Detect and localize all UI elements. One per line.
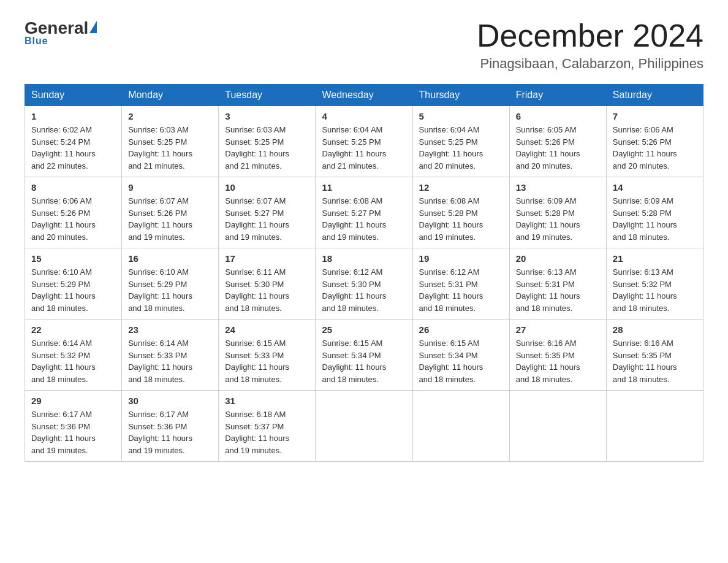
day-number: 20 [516, 253, 600, 264]
table-row: 3Sunrise: 6:03 AMSunset: 5:25 PMDaylight… [219, 106, 316, 177]
month-title: December 2024 [477, 18, 703, 53]
table-row: 7Sunrise: 6:06 AMSunset: 5:26 PMDaylight… [606, 106, 703, 177]
logo-triangle-icon [89, 21, 97, 33]
table-row: 28Sunrise: 6:16 AMSunset: 5:35 PMDayligh… [606, 320, 703, 391]
day-info: Sunrise: 6:08 AMSunset: 5:28 PMDaylight:… [419, 195, 503, 243]
page-header: General Blue December 2024 Pinagsibaan, … [25, 18, 703, 72]
table-row: 30Sunrise: 6:17 AMSunset: 5:36 PMDayligh… [122, 391, 219, 462]
table-row: 19Sunrise: 6:12 AMSunset: 5:31 PMDayligh… [412, 248, 509, 320]
day-number: 27 [516, 324, 600, 335]
day-info: Sunrise: 6:07 AMSunset: 5:26 PMDaylight:… [128, 195, 212, 243]
day-number: 11 [322, 182, 406, 193]
header-monday: Monday [122, 85, 219, 106]
table-row: 17Sunrise: 6:11 AMSunset: 5:30 PMDayligh… [219, 248, 316, 320]
day-info: Sunrise: 6:12 AMSunset: 5:31 PMDaylight:… [419, 266, 503, 314]
day-number: 25 [322, 324, 406, 335]
table-row: 14Sunrise: 6:09 AMSunset: 5:28 PMDayligh… [606, 177, 703, 248]
table-row: 29Sunrise: 6:17 AMSunset: 5:36 PMDayligh… [25, 391, 122, 462]
day-info: Sunrise: 6:10 AMSunset: 5:29 PMDaylight:… [128, 266, 212, 314]
day-number: 4 [322, 111, 406, 121]
day-number: 29 [31, 396, 115, 406]
header-tuesday: Tuesday [219, 85, 316, 106]
day-number: 21 [613, 253, 697, 264]
table-row: 26Sunrise: 6:15 AMSunset: 5:34 PMDayligh… [412, 320, 509, 391]
day-info: Sunrise: 6:17 AMSunset: 5:36 PMDaylight:… [128, 408, 212, 456]
header-wednesday: Wednesday [316, 85, 412, 106]
table-row: 12Sunrise: 6:08 AMSunset: 5:28 PMDayligh… [412, 177, 509, 248]
day-number: 5 [419, 111, 503, 121]
day-number: 9 [128, 182, 212, 193]
table-row: 22Sunrise: 6:14 AMSunset: 5:32 PMDayligh… [25, 320, 122, 391]
logo: General Blue [25, 18, 97, 47]
table-row: 21Sunrise: 6:13 AMSunset: 5:32 PMDayligh… [606, 248, 703, 320]
table-row [412, 391, 509, 462]
day-number: 17 [225, 253, 309, 264]
day-number: 2 [128, 111, 212, 121]
day-info: Sunrise: 6:15 AMSunset: 5:33 PMDaylight:… [225, 337, 309, 385]
day-info: Sunrise: 6:11 AMSunset: 5:30 PMDaylight:… [225, 266, 309, 314]
table-row: 9Sunrise: 6:07 AMSunset: 5:26 PMDaylight… [122, 177, 219, 248]
day-info: Sunrise: 6:09 AMSunset: 5:28 PMDaylight:… [613, 195, 697, 243]
day-number: 28 [613, 324, 697, 335]
day-number: 26 [419, 324, 503, 335]
title-section: December 2024 Pinagsibaan, Calabarzon, P… [477, 18, 703, 72]
table-row [316, 391, 412, 462]
day-number: 22 [31, 324, 115, 335]
table-row: 11Sunrise: 6:08 AMSunset: 5:27 PMDayligh… [316, 177, 412, 248]
table-row: 15Sunrise: 6:10 AMSunset: 5:29 PMDayligh… [25, 248, 122, 320]
table-row: 20Sunrise: 6:13 AMSunset: 5:31 PMDayligh… [509, 248, 606, 320]
day-info: Sunrise: 6:15 AMSunset: 5:34 PMDaylight:… [322, 337, 406, 385]
day-number: 6 [516, 111, 600, 121]
day-info: Sunrise: 6:05 AMSunset: 5:26 PMDaylight:… [516, 124, 600, 172]
calendar-week-row: 29Sunrise: 6:17 AMSunset: 5:36 PMDayligh… [25, 391, 703, 462]
table-row: 16Sunrise: 6:10 AMSunset: 5:29 PMDayligh… [122, 248, 219, 320]
header-friday: Friday [509, 85, 606, 106]
calendar-week-row: 15Sunrise: 6:10 AMSunset: 5:29 PMDayligh… [25, 248, 703, 320]
table-row: 10Sunrise: 6:07 AMSunset: 5:27 PMDayligh… [219, 177, 316, 248]
day-number: 12 [419, 182, 503, 193]
table-row: 1Sunrise: 6:02 AMSunset: 5:24 PMDaylight… [25, 106, 122, 177]
day-number: 10 [225, 182, 309, 193]
day-number: 16 [128, 253, 212, 264]
day-info: Sunrise: 6:16 AMSunset: 5:35 PMDaylight:… [516, 337, 600, 385]
day-info: Sunrise: 6:07 AMSunset: 5:27 PMDaylight:… [225, 195, 309, 243]
day-info: Sunrise: 6:04 AMSunset: 5:25 PMDaylight:… [419, 124, 503, 172]
day-number: 14 [613, 182, 697, 193]
day-info: Sunrise: 6:14 AMSunset: 5:32 PMDaylight:… [31, 337, 115, 385]
day-info: Sunrise: 6:16 AMSunset: 5:35 PMDaylight:… [613, 337, 697, 385]
day-info: Sunrise: 6:13 AMSunset: 5:31 PMDaylight:… [516, 266, 600, 314]
table-row: 18Sunrise: 6:12 AMSunset: 5:30 PMDayligh… [316, 248, 412, 320]
day-number: 31 [225, 396, 309, 406]
table-row: 31Sunrise: 6:18 AMSunset: 5:37 PMDayligh… [219, 391, 316, 462]
calendar-week-row: 22Sunrise: 6:14 AMSunset: 5:32 PMDayligh… [25, 320, 703, 391]
table-row: 6Sunrise: 6:05 AMSunset: 5:26 PMDaylight… [509, 106, 606, 177]
day-info: Sunrise: 6:09 AMSunset: 5:28 PMDaylight:… [516, 195, 600, 243]
day-info: Sunrise: 6:08 AMSunset: 5:27 PMDaylight:… [322, 195, 406, 243]
day-info: Sunrise: 6:14 AMSunset: 5:33 PMDaylight:… [128, 337, 212, 385]
day-info: Sunrise: 6:02 AMSunset: 5:24 PMDaylight:… [31, 124, 115, 172]
table-row: 5Sunrise: 6:04 AMSunset: 5:25 PMDaylight… [412, 106, 509, 177]
day-info: Sunrise: 6:13 AMSunset: 5:32 PMDaylight:… [613, 266, 697, 314]
day-info: Sunrise: 6:18 AMSunset: 5:37 PMDaylight:… [225, 408, 309, 456]
table-row: 25Sunrise: 6:15 AMSunset: 5:34 PMDayligh… [316, 320, 412, 391]
day-number: 30 [128, 396, 212, 406]
day-number: 13 [516, 182, 600, 193]
day-info: Sunrise: 6:12 AMSunset: 5:30 PMDaylight:… [322, 266, 406, 314]
table-row: 13Sunrise: 6:09 AMSunset: 5:28 PMDayligh… [509, 177, 606, 248]
day-number: 24 [225, 324, 309, 335]
table-row [606, 391, 703, 462]
day-info: Sunrise: 6:17 AMSunset: 5:36 PMDaylight:… [31, 408, 115, 456]
day-number: 1 [31, 111, 115, 121]
calendar-table: Sunday Monday Tuesday Wednesday Thursday… [25, 84, 703, 462]
calendar-header-row: Sunday Monday Tuesday Wednesday Thursday… [25, 85, 703, 106]
location-title: Pinagsibaan, Calabarzon, Philippines [477, 56, 703, 72]
day-number: 8 [31, 182, 115, 193]
day-number: 23 [128, 324, 212, 335]
day-number: 18 [322, 253, 406, 264]
day-info: Sunrise: 6:04 AMSunset: 5:25 PMDaylight:… [322, 124, 406, 172]
logo-blue-text: Blue [25, 36, 48, 47]
calendar-week-row: 8Sunrise: 6:06 AMSunset: 5:26 PMDaylight… [25, 177, 703, 248]
table-row: 27Sunrise: 6:16 AMSunset: 5:35 PMDayligh… [509, 320, 606, 391]
table-row: 4Sunrise: 6:04 AMSunset: 5:25 PMDaylight… [316, 106, 412, 177]
table-row [509, 391, 606, 462]
